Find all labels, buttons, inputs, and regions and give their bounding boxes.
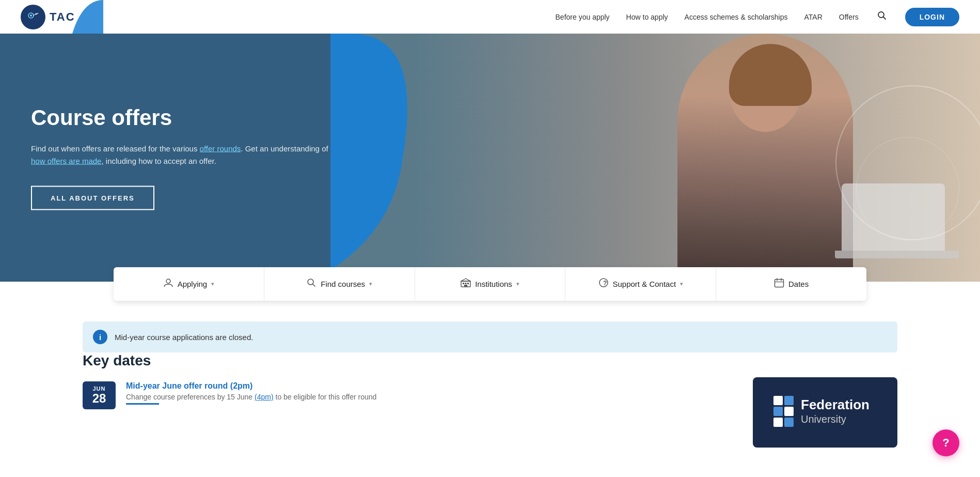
nav-links: Before you apply How to apply Access sch… <box>556 8 959 26</box>
hero-desc-text3: , including how to accept an offer. <box>101 157 216 165</box>
hero-title: Course offers <box>31 105 330 130</box>
date-underline <box>126 403 159 405</box>
date-row: Jun 28 Mid-year June offer round (2pm) C… <box>83 381 559 409</box>
hero-content: Course offers Find out when offers are r… <box>31 105 330 210</box>
sub-nav-institutions[interactable]: Institutions ▾ <box>415 267 566 301</box>
date-day: 28 <box>90 392 108 405</box>
key-dates-title: Key dates <box>83 352 559 369</box>
nav-before-you-apply[interactable]: Before you apply <box>556 13 610 21</box>
bottom-section: Key dates Jun 28 Mid-year June offer rou… <box>83 352 897 448</box>
info-banner: i Mid-year course applications are close… <box>83 321 897 352</box>
svg-rect-18 <box>774 280 783 287</box>
fed-uni-logo-blocks <box>773 396 794 427</box>
dates-icon <box>774 278 784 290</box>
logo-icon <box>21 5 45 29</box>
sub-nav-applying-label: Applying <box>178 280 208 288</box>
svg-text:?: ? <box>603 280 607 287</box>
logo-text: TAC <box>50 10 75 24</box>
institutions-icon <box>461 278 471 290</box>
svg-point-5 <box>37 13 38 14</box>
svg-line-7 <box>883 17 886 20</box>
fed-block-5 <box>773 418 783 427</box>
sub-nav-support-contact[interactable]: ? Support & Contact ▾ <box>565 267 716 301</box>
sub-nav-dates-label: Dates <box>788 280 809 288</box>
how-offers-link[interactable]: how offers are made <box>31 157 101 165</box>
top-navigation: TAC Before you apply How to apply Access… <box>0 0 980 34</box>
hero-desc-text1: Find out when offers are released for th… <box>31 144 200 153</box>
svg-rect-13 <box>465 283 467 284</box>
date-event-title[interactable]: Mid-year June offer round (2pm) <box>126 381 376 391</box>
info-message: Mid-year course applications are closed. <box>115 333 253 342</box>
sub-navigation: Applying ▾ Find courses ▾ Institutions ▾ <box>114 267 866 301</box>
sub-nav-find-courses-label: Find courses <box>321 280 365 288</box>
login-button[interactable]: LOGIN <box>905 8 959 26</box>
logo-area[interactable]: TAC <box>21 5 75 29</box>
fed-uni-name-area: Federation University <box>801 397 870 425</box>
sub-nav-find-courses[interactable]: Find courses ▾ <box>264 267 415 301</box>
svg-point-8 <box>166 279 170 283</box>
hero-photo-area <box>274 34 980 282</box>
support-icon: ? <box>598 278 609 290</box>
federation-university-card: Federation University <box>753 377 897 448</box>
nav-offers[interactable]: Offers <box>839 13 859 21</box>
nav-access-schemes[interactable]: Access schemes & scholarships <box>685 13 788 21</box>
fed-block-3 <box>773 407 783 416</box>
fed-uni-sub: University <box>801 413 870 425</box>
svg-rect-12 <box>463 283 464 284</box>
fed-block-4 <box>784 407 794 416</box>
sub-nav-support-label: Support & Contact <box>613 280 676 288</box>
sub-nav-applying[interactable]: Applying ▾ <box>114 267 264 301</box>
date-event-desc: Change course preferences by 15 June (4p… <box>126 393 376 401</box>
svg-rect-15 <box>464 285 467 287</box>
support-chevron-icon: ▾ <box>680 281 683 287</box>
info-icon: i <box>93 330 107 344</box>
all-about-offers-button[interactable]: ALL ABOUT OFFERS <box>31 186 154 210</box>
sub-nav-dates[interactable]: Dates <box>716 267 866 301</box>
svg-point-2 <box>30 14 32 17</box>
date-badge: Jun 28 <box>83 381 116 409</box>
fed-block-1 <box>773 396 783 405</box>
fed-block-6 <box>784 418 794 427</box>
nav-atar[interactable]: ATAR <box>804 13 823 21</box>
applying-icon <box>163 278 173 290</box>
date-desc-link[interactable]: (4pm) <box>255 393 274 401</box>
search-button[interactable] <box>875 9 889 25</box>
svg-line-10 <box>313 284 315 287</box>
fed-block-2 <box>784 396 794 405</box>
date-desc-text2: to be eligible for this offer round <box>274 393 377 401</box>
hero-section: Course offers Find out when offers are r… <box>0 34 980 282</box>
nav-how-to-apply[interactable]: How to apply <box>626 13 668 21</box>
hero-description: Find out when offers are released for th… <box>31 143 330 167</box>
institutions-chevron-icon: ▾ <box>516 281 519 287</box>
find-courses-chevron-icon: ▾ <box>369 281 372 287</box>
date-info: Mid-year June offer round (2pm) Change c… <box>126 381 376 405</box>
applying-chevron-icon: ▾ <box>211 281 214 287</box>
svg-point-4 <box>36 13 37 14</box>
sub-nav-institutions-label: Institutions <box>475 280 512 288</box>
hero-desc-text2: . Get an understanding of <box>241 144 328 153</box>
fed-uni-name: Federation <box>801 397 870 412</box>
find-courses-icon <box>306 278 317 290</box>
offer-rounds-link[interactable]: offer rounds <box>200 144 241 153</box>
date-desc-text1: Change course preferences by 15 June <box>126 393 255 401</box>
svg-rect-14 <box>467 283 469 284</box>
fed-uni-logo-row: Federation University <box>773 396 870 427</box>
help-button[interactable]: ? <box>932 429 959 456</box>
partner-column: Federation University <box>580 352 897 448</box>
key-dates-column: Key dates Jun 28 Mid-year June offer rou… <box>83 352 559 448</box>
